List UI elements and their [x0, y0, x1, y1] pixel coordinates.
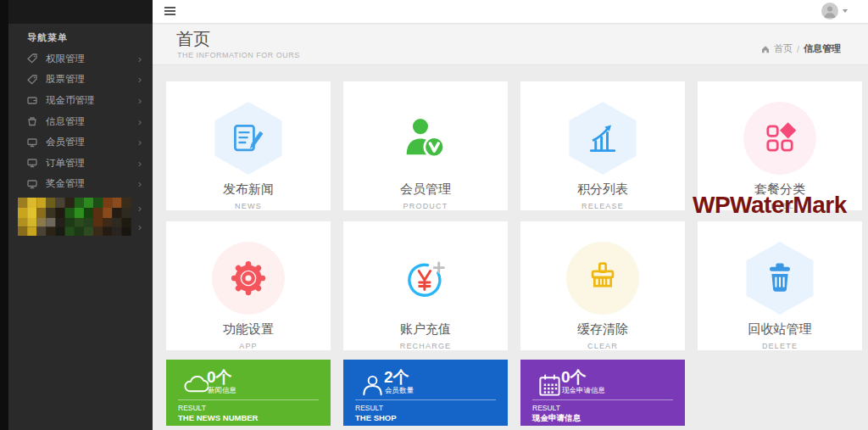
breadcrumb-current: 信息管理	[804, 42, 841, 55]
sidebar: 导航菜单 权限管理› 股票管理› 现金币管理› 信息管理› 会员管理› 订单管理…	[0, 0, 153, 430]
sidebar-item-bonus[interactable]: 奖金管理›	[8, 174, 153, 195]
card-feature-settings[interactable]: 功能设置 APP	[166, 221, 331, 350]
chevron-right-icon: ›	[138, 74, 142, 85]
card-subtitle: NEWS	[235, 202, 262, 210]
chevron-right-icon: ›	[138, 158, 142, 169]
tag-icon	[27, 75, 37, 85]
page-title: 首页	[176, 28, 210, 51]
hexagon-badge	[565, 102, 640, 175]
page-subtitle: THE INFORMATION FOR OURS	[177, 51, 300, 59]
stat-cash-request-count: 0个 现金申请信息 RESULT 现金申请信息	[520, 360, 685, 426]
sidebar-item-members[interactable]: 会员管理›	[8, 131, 153, 153]
stat-label: 会员数量	[385, 386, 414, 396]
chevron-right-icon: ›	[138, 95, 142, 106]
breadcrumb: 首页 / 信息管理	[761, 42, 841, 55]
pixelated-mosaic	[18, 218, 131, 236]
card-cache-clear[interactable]: 缓存清除 CLEAR	[520, 221, 685, 350]
yuan-recharge-icon	[403, 255, 448, 301]
tag-icon	[27, 53, 37, 64]
stat-detail: THE NEWS NUMBER	[178, 413, 258, 422]
sidebar-top-band	[8, 0, 153, 24]
hamburger-menu-icon[interactable]	[164, 7, 175, 16]
chevron-right-icon: ›	[138, 221, 142, 232]
user-avatar-button[interactable]	[821, 3, 848, 20]
watermark-text: WPWaterMark	[693, 192, 847, 219]
home-icon	[761, 45, 770, 53]
sidebar-item-orders[interactable]: 订单管理›	[8, 153, 153, 174]
sidebar-item-label: 奖金管理	[46, 177, 85, 190]
sidebar-menu: 权限管理› 股票管理› 现金币管理› 信息管理› 会员管理› 订单管理› 奖金管…	[8, 48, 153, 236]
avatar	[821, 3, 838, 20]
basket-icon	[27, 116, 37, 126]
card-subtitle: CLEAR	[587, 342, 618, 350]
circle-badge	[212, 242, 285, 315]
chevron-right-icon: ›	[138, 116, 142, 127]
topbar	[153, 0, 868, 24]
card-member-management[interactable]: 会员管理 PRODUCT	[343, 81, 508, 210]
sidebar-item-cash-coin[interactable]: 现金币管理›	[8, 90, 153, 111]
chevron-right-icon: ›	[138, 137, 142, 148]
stat-news-count: 0个 新闻信息 RESULT THE NEWS NUMBER	[166, 360, 331, 426]
stat-detail: 现金申请信息	[532, 413, 581, 424]
cloud-icon	[182, 372, 209, 399]
stat-member-count: 2个 会员数量 RESULT THE SHOP	[343, 360, 508, 426]
stat-label: 新闻信息	[208, 386, 236, 396]
nav-menu-header: 导航菜单	[27, 31, 68, 44]
wallet-icon	[27, 95, 37, 105]
card-subtitle: RELEASE	[581, 202, 624, 210]
card-title: 缓存清除	[577, 321, 628, 338]
card-subtitle: DELETE	[762, 342, 798, 350]
member-badge-icon	[401, 114, 450, 163]
sidebar-edge-strip	[0, 0, 8, 430]
sidebar-item-blurred[interactable]: ›	[8, 198, 153, 218]
sidebar-item-information[interactable]: 信息管理›	[8, 111, 153, 132]
sidebar-item-label: 订单管理	[46, 157, 85, 170]
sidebar-item-label: 权限管理	[46, 53, 85, 65]
monitor-icon	[27, 158, 37, 168]
stat-result: RESULT	[355, 404, 383, 412]
chevron-right-icon: ›	[138, 203, 142, 214]
card-title: 功能设置	[223, 321, 274, 338]
main-content: 发布新闻 NEWS 会员管理 PRODUCT	[153, 65, 868, 430]
card-title: 账户充值	[400, 321, 451, 338]
chevron-down-icon	[843, 9, 848, 13]
category-icon	[761, 120, 798, 157]
card-points-list[interactable]: 积分列表 RELEASE	[520, 81, 685, 210]
circle-badge	[743, 102, 816, 175]
stat-detail: THE SHOP	[355, 413, 397, 422]
monitor-icon	[27, 179, 37, 189]
sidebar-item-blurred[interactable]: ›	[8, 218, 153, 236]
broom-icon	[584, 260, 621, 297]
gear-icon	[229, 259, 268, 298]
hexagon-badge	[211, 102, 286, 175]
card-title: 积分列表	[577, 181, 628, 198]
trash-icon	[761, 260, 798, 297]
divider	[532, 399, 673, 400]
monitor-icon	[27, 137, 37, 148]
card-title: 会员管理	[400, 181, 451, 198]
breadcrumb-home[interactable]: 首页	[774, 42, 793, 55]
stat-result: RESULT	[532, 404, 560, 412]
sidebar-item-label: 会员管理	[46, 136, 85, 148]
card-title: 回收站管理	[748, 321, 812, 338]
sidebar-item-label: 现金币管理	[46, 94, 95, 107]
card-recycle-bin[interactable]: 回收站管理 DELETE	[698, 221, 862, 350]
sidebar-item-stocks[interactable]: 股票管理›	[8, 70, 153, 91]
bar-chart-icon	[584, 120, 621, 157]
sidebar-item-label: 信息管理	[46, 115, 85, 128]
stat-result: RESULT	[178, 404, 206, 412]
sidebar-item-permissions[interactable]: 权限管理›	[8, 48, 153, 70]
divider	[178, 399, 319, 400]
divider	[355, 399, 496, 400]
card-publish-news[interactable]: 发布新闻 NEWS	[166, 81, 331, 210]
breadcrumb-separator: /	[797, 44, 799, 54]
card-title: 发布新闻	[223, 181, 274, 198]
page-header: 首页 THE INFORMATION FOR OURS 首页 / 信息管理	[153, 25, 868, 65]
edit-document-icon	[230, 120, 267, 157]
hexagon-badge	[743, 242, 817, 315]
card-subtitle: PRODUCT	[403, 202, 448, 210]
card-account-recharge[interactable]: 账户充值 RECHARGE	[343, 221, 508, 350]
card-subtitle: RECHARGE	[400, 342, 452, 350]
card-subtitle: APP	[239, 342, 258, 350]
pixelated-mosaic	[18, 198, 131, 218]
